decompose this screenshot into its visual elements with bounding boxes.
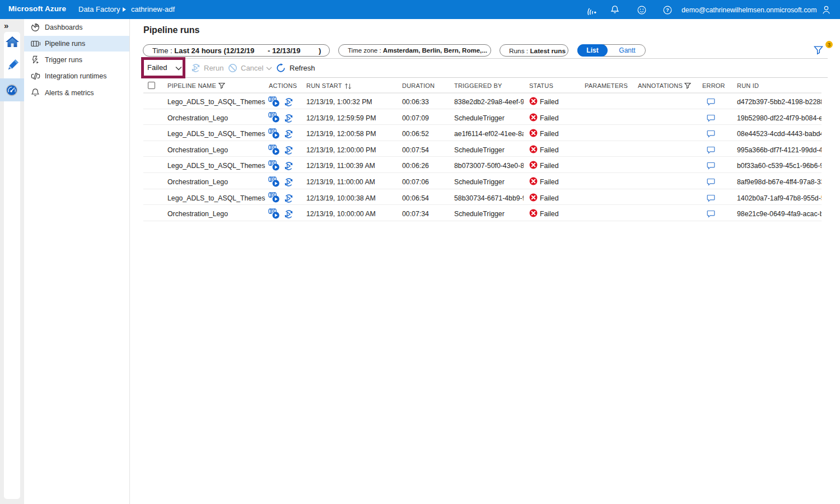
svg-text:?: ? xyxy=(666,7,669,13)
